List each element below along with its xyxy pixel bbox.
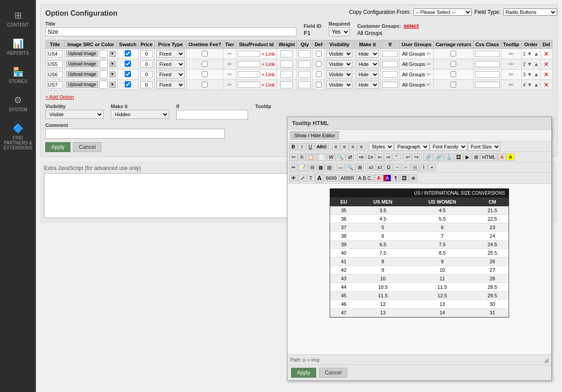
bold-button[interactable]: B [289,143,297,150]
tooltip-edit-1[interactable]: ✏ [509,61,514,68]
outdent-button[interactable]: ⇐ [375,153,383,161]
align-center-button[interactable]: ≡ [340,143,349,150]
tooltip-edit-0[interactable]: ✏ [509,50,514,57]
row-button[interactable]: ▤ [325,164,333,171]
css-input-0[interactable] [475,51,500,57]
weight-input-0[interactable] [280,50,293,57]
price-input-0[interactable] [140,50,153,57]
counter-button[interactable]: 6699 [324,174,338,182]
carriage-check-0[interactable] [450,51,456,57]
tier-pencil-0[interactable]: ✏ [227,51,232,57]
show-hide-editor-button[interactable]: Show / Hide Editor [290,131,339,139]
justify-button[interactable]: ≡ [357,143,366,150]
tooltip-cancel-button[interactable]: Cancel [319,368,347,378]
delete-btn-1[interactable]: ✕ [544,61,549,68]
delete-btn-0[interactable]: ✕ [544,50,549,57]
bg-color-button[interactable]: A [506,153,514,161]
make-it-select-1[interactable]: HideShow [356,60,379,68]
link-button[interactable]: 🔗 [423,153,433,161]
undo-button[interactable]: ↩ [404,153,412,161]
find-button[interactable]: 🔍 [335,153,345,161]
bullets-button[interactable]: •≡ [357,153,365,161]
font-color2-button[interactable]: A [375,174,383,182]
tooltip-edit-2[interactable]: ✏ [509,71,514,78]
swatch-check-1[interactable] [125,61,131,67]
align-left-button[interactable]: ≡ [332,143,340,150]
dropdown-arrow-3[interactable]: ▼ [109,82,116,88]
resize-button[interactable]: ⤢ [298,174,306,182]
qty-input-1[interactable] [298,61,311,68]
swatch-check-2[interactable] [125,71,131,77]
add-option-link[interactable]: + Add Option [45,94,74,100]
if-input-3[interactable] [382,82,398,88]
resize-handle[interactable]: ◢ [544,356,549,363]
dropdown-arrow-1[interactable]: ▼ [109,61,116,67]
dropdown-arrow-2[interactable]: ▼ [109,71,116,78]
def-check-3[interactable] [316,82,322,87]
color-icon-3[interactable] [100,81,108,89]
color-icon-0[interactable] [100,50,108,58]
up-arrow-2[interactable]: ▲ [534,71,539,78]
sidebar-item-content[interactable]: ⊞ CONTENT [0,4,36,33]
title-input-1[interactable] [47,61,63,68]
price-type-select-2[interactable]: FixedPercent [156,70,185,78]
rtl-button[interactable]: ← [402,164,410,171]
user-groups-pencil-2[interactable]: ✏ [427,71,431,78]
tooltip-editor[interactable]: US / INTERNATIONAL SIZE CONVERSIONS EUUS… [288,184,551,354]
upload-image-btn-3[interactable]: Upload Image [66,81,98,88]
css-input-3[interactable] [475,82,500,88]
paste-button[interactable]: 📋 [306,153,316,161]
visibility-select-1[interactable]: VisibleHidden [326,60,353,68]
redo-button[interactable]: ↪ [412,153,420,161]
qty-input-3[interactable] [298,81,311,88]
def-check-2[interactable] [316,71,322,77]
sup-button[interactable]: x2 [376,164,384,171]
image-button[interactable]: 🖼 [454,153,463,161]
upload-image-btn-2[interactable]: Upload Image [66,71,98,78]
paste-word-button[interactable]: W [327,153,335,161]
paragraph-select[interactable]: Paragraph [394,143,429,151]
sku-link-1[interactable]: + Link [261,61,275,67]
carriage-check-1[interactable] [450,61,456,67]
anchor-button[interactable]: ⚓ [444,153,454,161]
css-input-1[interactable] [475,61,500,67]
replace-button[interactable]: ⇄ [346,153,354,161]
sku-link-0[interactable]: + Link [261,51,275,57]
user-groups-pencil-3[interactable]: ✏ [427,82,431,88]
down-arrow-1[interactable]: ▼ [527,61,532,67]
down-arrow-2[interactable]: ▼ [527,71,532,78]
visibility-select-3[interactable]: VisibleHidden [326,81,353,89]
align-right-button[interactable]: ≡ [349,143,357,150]
abc-button[interactable]: A.B.C. [357,174,375,182]
price-input-1[interactable] [140,61,153,68]
paste-text-button[interactable]: 📄 [317,153,327,161]
weight-input-1[interactable] [280,61,293,68]
visibility-select-2[interactable]: VisibleHidden [326,70,353,78]
sku-input-0[interactable] [238,51,260,57]
indent-button[interactable]: ⇒ [384,153,392,161]
sku-link-3[interactable]: + Link [261,82,275,87]
ltr-button[interactable]: → [393,164,401,171]
title-input-2[interactable] [47,71,63,78]
make-it-select-2[interactable]: HideShow [356,70,379,78]
horiz-rule-button[interactable]: — [336,164,345,171]
if-input-0[interactable] [382,51,398,57]
down-arrow-0[interactable]: ▼ [527,51,532,57]
visibility-select-0[interactable]: VisibleHidden [326,50,353,58]
html-button[interactable]: HTML [480,153,497,161]
color-button[interactable]: A [498,153,506,161]
numbered-button[interactable]: 1≡ [366,153,375,161]
sku-input-2[interactable] [238,71,260,78]
if-input-2[interactable] [382,71,398,78]
color-icon-2[interactable] [100,70,108,78]
cut-button[interactable]: ✂ [289,153,297,161]
price-type-select-3[interactable]: FixedPercent [156,81,185,89]
if-input-1[interactable] [382,61,398,67]
required-select[interactable]: Yes No [329,27,350,36]
edit-button[interactable]: ✏ [289,164,297,171]
def-check-0[interactable] [316,51,322,57]
underline-button[interactable]: U [306,143,314,150]
delete-btn-2[interactable]: ✕ [544,71,549,78]
title-input[interactable] [45,27,296,36]
up-arrow-3[interactable]: ▲ [534,82,539,88]
